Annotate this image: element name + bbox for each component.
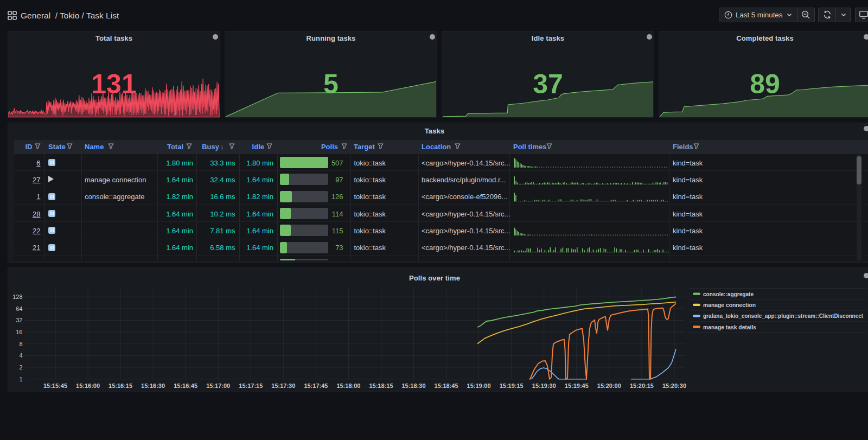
svg-text:15:19:45: 15:19:45: [565, 382, 589, 389]
svg-text:128: 128: [12, 294, 22, 300]
svg-text:15:19:30: 15:19:30: [532, 382, 556, 389]
svg-text:grafana_tokio_console_app::plu: grafana_tokio_console_app::plugin::strea…: [703, 313, 863, 319]
svg-text:15:18:30: 15:18:30: [401, 382, 425, 389]
svg-text:15:19:15: 15:19:15: [500, 382, 524, 389]
svg-text:15:16:15: 15:16:15: [108, 382, 132, 389]
svg-text:2: 2: [19, 364, 22, 371]
svg-text:15:17:15: 15:17:15: [239, 382, 263, 389]
svg-text:15:17:45: 15:17:45: [304, 382, 328, 389]
svg-text:15:17:30: 15:17:30: [271, 382, 295, 389]
svg-text:8: 8: [19, 341, 22, 347]
svg-text:4: 4: [19, 352, 22, 359]
svg-text:15:16:45: 15:16:45: [174, 382, 197, 389]
svg-text:15:20:30: 15:20:30: [662, 382, 686, 389]
svg-text:manage task details: manage task details: [703, 324, 756, 330]
svg-text:1: 1: [19, 376, 22, 382]
svg-text:15:18:45: 15:18:45: [435, 382, 458, 389]
svg-text:15:18:15: 15:18:15: [369, 382, 393, 389]
svg-text:15:18:00: 15:18:00: [336, 382, 360, 389]
svg-text:32: 32: [16, 317, 22, 323]
svg-text:15:17:00: 15:17:00: [206, 382, 230, 389]
svg-text:15:16:00: 15:16:00: [76, 382, 100, 389]
svg-text:15:20:00: 15:20:00: [597, 382, 621, 389]
svg-text:15:16:30: 15:16:30: [141, 382, 165, 389]
svg-text:16: 16: [16, 329, 22, 335]
svg-text:manage connection: manage connection: [703, 302, 756, 308]
svg-text:64: 64: [16, 305, 22, 312]
svg-text:15:19:00: 15:19:00: [467, 382, 491, 389]
svg-text:console::aggregate: console::aggregate: [703, 291, 754, 297]
svg-text:15:15:45: 15:15:45: [43, 382, 67, 389]
svg-text:15:20:15: 15:20:15: [630, 382, 654, 389]
